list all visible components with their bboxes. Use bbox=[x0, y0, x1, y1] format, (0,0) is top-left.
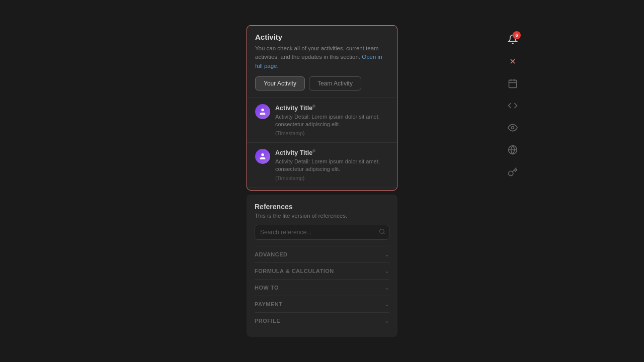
svg-rect-2 bbox=[509, 80, 517, 87]
activity-title: Activity bbox=[255, 33, 389, 41]
category-payment[interactable]: PAYMENT ⌄ bbox=[255, 296, 389, 312]
references-title: References bbox=[255, 203, 389, 211]
tab-your-activity[interactable]: Your Activity bbox=[255, 76, 305, 90]
notification-icon[interactable]: 6 bbox=[504, 30, 522, 48]
chevron-formula: ⌄ bbox=[384, 267, 389, 275]
svg-point-10 bbox=[261, 153, 264, 156]
tabs-row: Your Activity Team Activity bbox=[247, 76, 397, 98]
activity-item-title-2: Activity Title® bbox=[275, 149, 389, 156]
chevron-advanced: ⌄ bbox=[384, 251, 389, 258]
code-icon[interactable] bbox=[504, 97, 522, 115]
svg-line-13 bbox=[383, 233, 384, 234]
svg-point-6 bbox=[512, 127, 514, 129]
search-box bbox=[255, 225, 389, 240]
main-panel: Activity You can check all of your activ… bbox=[247, 25, 397, 337]
chevron-payment: ⌄ bbox=[384, 301, 389, 308]
avatar-1 bbox=[255, 104, 270, 119]
activity-item-title-1: Activity Title® bbox=[275, 104, 389, 112]
tab-team-activity[interactable]: Team Activity bbox=[309, 76, 361, 90]
activity-item-2[interactable]: Activity Title® Activity Detail: Lorem i… bbox=[247, 142, 397, 187]
svg-point-12 bbox=[380, 229, 384, 234]
sidebar: 6 bbox=[502, 30, 523, 181]
references-description: This is the lite version of references. bbox=[255, 213, 389, 219]
avatar-2 bbox=[255, 149, 270, 164]
references-section: References This is the lite version of r… bbox=[247, 195, 397, 337]
category-profile-label: PROFILE bbox=[255, 318, 280, 324]
search-input[interactable] bbox=[255, 225, 389, 240]
activity-content-2: Activity Title® Activity Detail: Lorem i… bbox=[275, 149, 389, 181]
category-formula[interactable]: FORMULA & CALCULATION ⌄ bbox=[255, 262, 389, 279]
close-icon[interactable] bbox=[504, 52, 522, 70]
category-advanced[interactable]: ADVANCED ⌄ bbox=[255, 246, 389, 262]
activity-content-1: Activity Title® Activity Detail: Lorem i… bbox=[275, 104, 389, 136]
activity-header: Activity You can check all of your activ… bbox=[247, 26, 397, 76]
category-advanced-label: ADVANCED bbox=[255, 251, 288, 257]
category-profile[interactable]: PROFILE ⌄ bbox=[255, 312, 389, 329]
activity-description: You can check all of your activities, cu… bbox=[255, 44, 389, 70]
activity-section: Activity You can check all of your activ… bbox=[247, 25, 397, 191]
chevron-howto: ⌄ bbox=[384, 284, 389, 291]
activity-item-1[interactable]: Activity Title® Activity Detail: Lorem i… bbox=[247, 98, 397, 142]
activity-timestamp-1: {Timestamp} bbox=[275, 130, 389, 136]
category-formula-label: FORMULA & CALCULATION bbox=[255, 268, 334, 274]
svg-point-9 bbox=[261, 109, 264, 111]
category-howto[interactable]: HOW TO ⌄ bbox=[255, 279, 389, 296]
globe-icon[interactable] bbox=[504, 141, 522, 159]
chevron-profile: ⌄ bbox=[384, 317, 389, 324]
activity-timestamp-2: {Timestamp} bbox=[275, 175, 389, 181]
category-payment-label: PAYMENT bbox=[255, 301, 282, 307]
calendar-icon[interactable] bbox=[504, 74, 522, 93]
page-center: 6 bbox=[121, 25, 523, 337]
activity-detail-2: Activity Detail: Lorem ipsum dolor sit a… bbox=[275, 158, 389, 173]
search-icon bbox=[379, 228, 385, 236]
category-howto-label: HOW TO bbox=[255, 285, 279, 291]
activity-detail-1: Activity Detail: Lorem ipsum dolor sit a… bbox=[275, 113, 389, 129]
eye-icon[interactable] bbox=[504, 119, 522, 137]
key-icon[interactable] bbox=[504, 163, 522, 181]
activity-item-3[interactable]: Activity Title Activity Detail: Lorem ip… bbox=[247, 187, 397, 191]
notification-badge: 6 bbox=[513, 31, 521, 39]
